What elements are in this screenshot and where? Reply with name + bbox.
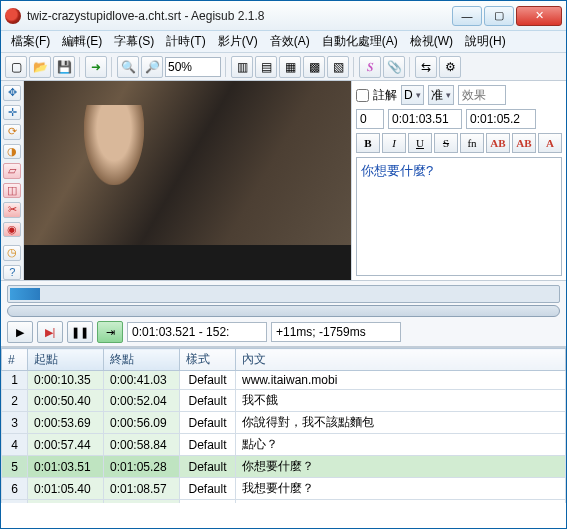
comment-label: 註解 [373,87,397,104]
effect-field[interactable] [458,85,506,105]
menu-edit[interactable]: 編輯(E) [56,31,108,52]
menu-subs[interactable]: 字幕(S) [108,31,160,52]
row-end: 0:01:11.71 [104,500,180,504]
crosshair-icon[interactable]: ✛ [3,105,21,121]
table-row[interactable]: 60:01:05.400:01:08.57Default我想要什麼？ [2,478,566,500]
toggle-autoseek-button[interactable]: ⇥ [97,321,123,343]
actor-combo[interactable]: 准 [428,85,454,105]
video-display[interactable] [24,81,351,280]
start-time-field[interactable] [388,109,462,129]
row-style: Default [180,390,236,412]
underline-button[interactable]: U [408,133,432,153]
row-end: 0:00:41.03 [104,371,180,390]
rotate-xy-icon[interactable]: ◑ [3,144,21,160]
zoom-out-icon[interactable]: 🔎 [141,56,163,78]
drag-icon[interactable]: ◉ [3,222,21,238]
style-combo[interactable]: D [401,85,424,105]
pause-button[interactable]: ❚❚ [67,321,93,343]
table-row[interactable]: 20:00:50.400:00:52.04Default我不餓 [2,390,566,412]
strike-button[interactable]: S [434,133,458,153]
clip-icon[interactable]: ◫ [3,183,21,199]
zoom-combo[interactable] [165,57,221,77]
shift-icon[interactable]: ⇆ [415,56,437,78]
tool-c-icon[interactable]: ▦ [279,56,301,78]
save-icon[interactable]: 💾 [53,56,75,78]
col-start[interactable]: 起點 [28,349,104,371]
main-toolbar: ▢ 📂 💾 ➜ 🔍 🔎 ▥ ▤ ▦ ▩ ▧ 𝑺 📎 ⇆ ⚙ [1,53,566,81]
color2-button[interactable]: AB [512,133,536,153]
row-text: 你說得對，我不該點麵包 [236,412,566,434]
play-line-button[interactable]: ▶| [37,321,63,343]
close-button[interactable]: ✕ [516,6,562,26]
vector-clip-icon[interactable]: ✂ [3,202,21,218]
menu-audio[interactable]: 音效(A) [264,31,316,52]
new-icon[interactable]: ▢ [5,56,27,78]
open-icon[interactable]: 📂 [29,56,51,78]
row-num: 1 [2,371,28,390]
color1-button[interactable]: AB [486,133,510,153]
col-text[interactable]: 內文 [236,349,566,371]
col-style[interactable]: 樣式 [180,349,236,371]
font-button[interactable]: fn [460,133,484,153]
attach-icon[interactable]: 📎 [383,56,405,78]
menu-timing[interactable]: 計時(T) [160,31,211,52]
table-row[interactable]: 50:01:03.510:01:05.28Default你想要什麼？ [2,456,566,478]
tool-b-icon[interactable]: ▤ [255,56,277,78]
titlebar: twiz-crazystupidlove-a.cht.srt - Aegisub… [1,1,566,31]
styles-icon[interactable]: 𝑺 [359,56,381,78]
menu-file[interactable]: 檔案(F) [5,31,56,52]
shift-display[interactable] [271,322,401,342]
time-display[interactable] [127,322,267,342]
table-row[interactable]: 40:00:57.440:00:58.84Default點心？ [2,434,566,456]
minimize-button[interactable]: — [452,6,482,26]
row-text: 點心？ [236,434,566,456]
move-icon[interactable]: ✥ [3,85,21,101]
maximize-button[interactable]: ▢ [484,6,514,26]
end-time-field[interactable] [466,109,536,129]
menu-automation[interactable]: 自動化處理(A) [316,31,404,52]
help-icon[interactable]: ? [3,265,21,281]
row-style: Default [180,412,236,434]
realtime-icon[interactable]: ◷ [3,245,21,261]
seek-track[interactable] [7,305,560,317]
menu-view[interactable]: 檢視(W) [404,31,459,52]
menu-help[interactable]: 說明(H) [459,31,512,52]
row-start: 0:00:53.69 [28,412,104,434]
color3-button[interactable]: A [538,133,562,153]
row-end: 0:00:58.84 [104,434,180,456]
italic-button[interactable]: I [382,133,406,153]
settings-icon[interactable]: ⚙ [439,56,461,78]
row-style: Default [180,500,236,504]
row-start: 0:01:03.51 [28,456,104,478]
subtitle-grid[interactable]: # 起點 終點 樣式 內文 10:00:10.350:00:41.03Defau… [1,347,566,503]
margin-l-field[interactable] [356,109,384,129]
row-start: 0:01:05.40 [28,478,104,500]
rotate-z-icon[interactable]: ⟳ [3,124,21,140]
row-num: 6 [2,478,28,500]
play-button[interactable]: ▶ [7,321,33,343]
table-row[interactable]: 30:00:53.690:00:56.09Default你說得對，我不該點麵包 [2,412,566,434]
row-num: 3 [2,412,28,434]
tool-d-icon[interactable]: ▩ [303,56,325,78]
menu-video[interactable]: 影片(V) [212,31,264,52]
app-icon [5,8,21,24]
subtitle-text-input[interactable]: 你想要什麼? [356,157,562,276]
bold-button[interactable]: B [356,133,380,153]
row-style: Default [180,371,236,390]
row-start: 0:01:08.96 [28,500,104,504]
jump-icon[interactable]: ➜ [85,56,107,78]
table-row[interactable]: 10:00:10.350:00:41.03Defaultwww.itaiwan.… [2,371,566,390]
comment-checkbox[interactable] [356,89,369,102]
tool-a-icon[interactable]: ▥ [231,56,253,78]
volume-slider[interactable] [7,285,560,303]
tool-e-icon[interactable]: ▧ [327,56,349,78]
row-text: 我想要什麼？ [236,478,566,500]
zoom-in-icon[interactable]: 🔍 [117,56,139,78]
col-num[interactable]: # [2,349,28,371]
row-num: 2 [2,390,28,412]
table-row[interactable]: 70:01:08.960:01:11.71Default我也在想 [2,500,566,504]
row-start: 0:00:50.40 [28,390,104,412]
col-end[interactable]: 終點 [104,349,180,371]
audio-panel: ▶ ▶| ❚❚ ⇥ [1,281,566,347]
scale-icon[interactable]: ▱ [3,163,21,179]
